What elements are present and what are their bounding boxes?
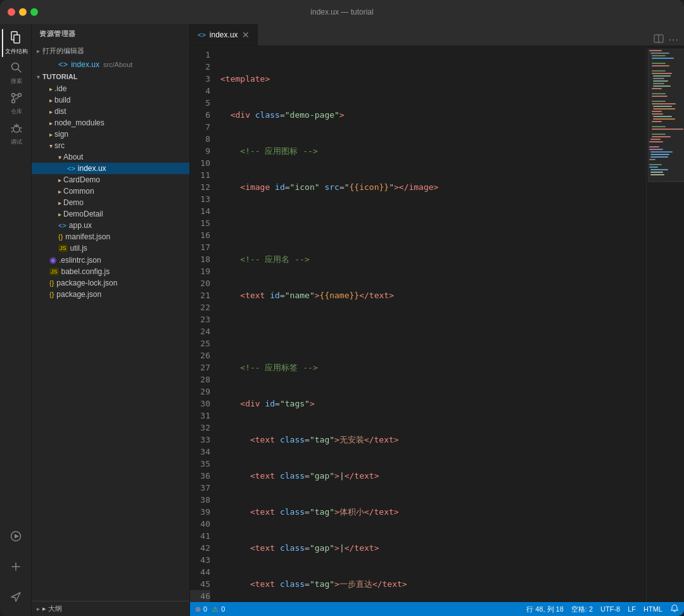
sidebar-item-file-explorer[interactable]: 文件结构: [2, 29, 30, 57]
close-button[interactable]: [8, 8, 15, 16]
tree-item-app-ux[interactable]: <> app.ux: [32, 220, 189, 231]
status-bar-left: ⊗ 0 ⚠ 0: [195, 605, 225, 613]
folder-closed-icon: ▸: [49, 85, 53, 92]
traffic-lights: [8, 8, 38, 16]
tree-item-babel-config[interactable]: JS babel.config.js: [32, 266, 189, 277]
warning-icon: ⚠: [212, 605, 218, 613]
tab-index-ux[interactable]: <> index.ux ✕: [190, 24, 258, 46]
tree-item-label: build: [54, 96, 70, 104]
outline-section[interactable]: ▸ ▸ 大纲: [32, 601, 189, 616]
bell-indicator[interactable]: [670, 604, 679, 614]
tree-item-build[interactable]: ▸ build: [32, 94, 189, 106]
sidebar-header: 资源管理器: [32, 24, 189, 44]
tree-item-label: CardDemo: [63, 175, 100, 184]
folder-closed-icon: ▸: [49, 120, 53, 127]
tree-item-eslintrc[interactable]: ◉ .eslintrc.json: [32, 254, 189, 266]
tutorial-section[interactable]: ▾ TUTORIAL: [32, 70, 189, 83]
tree-item-node-modules[interactable]: ▸ node_modules: [32, 117, 189, 129]
tree-item-index-ux[interactable]: <> index.ux: [32, 163, 189, 174]
encoding-indicator[interactable]: UTF-8: [600, 605, 620, 613]
tree-item-package-lock[interactable]: {} package-lock.json: [32, 277, 189, 289]
tree-item-carddemo[interactable]: ▸ CardDemo: [32, 174, 189, 185]
app-body: 文件结构 搜索 仓库: [0, 24, 684, 616]
title-bar: index.ux — tutorial: [0, 0, 684, 24]
open-editors-section[interactable]: ▸ 打开的编辑器: [32, 44, 189, 58]
svg-rect-56: [648, 49, 684, 182]
file-ux-icon: <>: [58, 60, 68, 69]
minimize-button[interactable]: [19, 8, 27, 16]
sidebar-item-git[interactable]: 仓库: [2, 90, 30, 118]
add-button[interactable]: [2, 553, 30, 581]
tree-item-label: app.ux: [69, 221, 92, 230]
search-label: 搜索: [11, 77, 22, 85]
minimap[interactable]: [646, 46, 684, 602]
sidebar-item-search[interactable]: 搜索: [2, 60, 30, 87]
tree-item-package-json[interactable]: {} package.json: [32, 289, 189, 300]
file-eslint-icon: ◉: [49, 255, 56, 265]
activity-bar: 文件结构 搜索 仓库: [0, 24, 32, 616]
debug-icon: [10, 122, 23, 137]
search-icon: [10, 61, 23, 76]
editor-scroll[interactable]: 12345 678910 1112131415 1617181920 21222…: [190, 46, 646, 602]
file-json-icon: {}: [49, 291, 54, 298]
tree-item-util-js[interactable]: JS util.js: [32, 242, 189, 254]
open-editor-path: src/About: [103, 61, 132, 68]
language-indicator[interactable]: HTML: [643, 605, 662, 613]
git-label: 仓库: [11, 108, 22, 116]
maximize-button[interactable]: [30, 8, 38, 16]
svg-rect-1: [14, 35, 20, 43]
tree-item-label: node_modules: [54, 118, 104, 127]
line-ending-indicator[interactable]: LF: [628, 605, 636, 613]
debug-label: 调试: [11, 138, 22, 146]
more-actions-button[interactable]: ···: [669, 34, 679, 46]
svg-line-3: [18, 70, 21, 73]
tree-item-label: Common: [63, 187, 94, 196]
window-title: index.ux — tutorial: [310, 8, 373, 16]
tree-item-common[interactable]: ▸ Common: [32, 185, 189, 197]
tree-item-manifest-json[interactable]: {} manifest.json: [32, 231, 189, 242]
tree-item-label: babel.config.js: [61, 267, 110, 276]
activity-bar-bottom: [2, 522, 30, 616]
tab-bar: <> index.ux ✕ ···: [190, 24, 684, 46]
editor-content[interactable]: 12345 678910 1112131415 1617181920 21222…: [190, 46, 684, 602]
sidebar-item-debug[interactable]: 调试: [2, 120, 30, 148]
svg-point-6: [11, 100, 15, 103]
line-numbers: 12345 678910 1112131415 1617181920 21222…: [190, 46, 215, 602]
tree-item-label: About: [63, 153, 83, 161]
status-bar: ⊗ 0 ⚠ 0 行 48, 列 18 空格: 2 UTF-8 LF HTML: [190, 602, 684, 616]
run-button[interactable]: [2, 522, 30, 550]
tree-item-label: package.json: [56, 290, 101, 299]
tree-item-sign[interactable]: ▸ sign: [32, 129, 189, 140]
error-icon: ⊗: [195, 605, 201, 613]
split-editor-button[interactable]: [654, 34, 664, 46]
folder-closed-icon: ▸: [58, 188, 61, 195]
tree-item-about[interactable]: ▾ About: [32, 151, 189, 163]
sidebar-scroll[interactable]: ▸ 打开的编辑器 <> index.ux src/About ▾ TUTORIA…: [32, 44, 189, 601]
open-editor-index-ux[interactable]: <> index.ux src/About: [32, 58, 189, 70]
file-json-icon: {}: [49, 279, 54, 287]
tree-item-ide[interactable]: ▸ .ide: [32, 83, 189, 94]
folder-closed-icon: ▸: [58, 177, 61, 184]
tree-item-demodetail[interactable]: ▸ DemoDetail: [32, 208, 189, 220]
tree-item-dist[interactable]: ▸ dist: [32, 106, 189, 117]
code-editor[interactable]: <template> <div class="demo-page"> <!-- …: [215, 46, 646, 602]
folder-closed-icon: ▸: [49, 97, 53, 104]
file-explorer-icon: [10, 30, 23, 46]
file-ux-icon: <>: [58, 222, 66, 229]
error-count[interactable]: ⊗ 0 ⚠ 0: [195, 605, 225, 613]
tab-close-button[interactable]: ✕: [242, 30, 250, 39]
folder-closed-icon: ▸: [49, 108, 53, 115]
minimap-content: [647, 46, 684, 484]
tree-item-src[interactable]: ▾ src: [32, 140, 189, 151]
warning-number: 0: [221, 605, 225, 613]
status-bar-right: 行 48, 列 18 空格: 2 UTF-8 LF HTML: [526, 604, 679, 614]
file-explorer-label: 文件结构: [5, 47, 28, 56]
tree-item-demo[interactable]: ▸ Demo: [32, 197, 189, 208]
tree-item-label: dist: [54, 107, 66, 116]
cursor-position[interactable]: 行 48, 列 18: [526, 605, 564, 614]
open-editors-label: 打开的编辑器: [42, 46, 84, 56]
svg-point-2: [11, 63, 18, 70]
spaces-indicator[interactable]: 空格: 2: [571, 605, 593, 614]
send-button[interactable]: [2, 583, 30, 611]
tab-label: index.ux: [210, 30, 238, 39]
